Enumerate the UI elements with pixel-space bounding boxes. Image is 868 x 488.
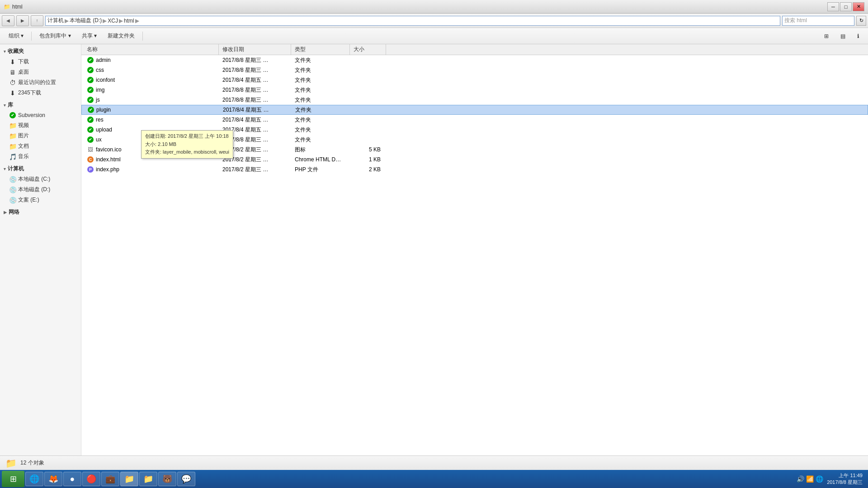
share-button[interactable]: 共享 ▾	[77, 30, 102, 42]
forward-button[interactable]: ▶	[16, 15, 29, 26]
table-row[interactable]: ✔ plugin 2017/8/4 星期五 … 文件夹	[81, 105, 868, 115]
file-date: 2017/8/4 星期五 …	[219, 116, 291, 124]
sidebar-item-subversion[interactable]: ✔ Subversion	[0, 110, 81, 120]
file-date: 2017/8/8 星期三 …	[219, 96, 291, 104]
status-count: 12 个对象	[20, 459, 44, 467]
title-bar-controls: ─ □ ✕	[827, 2, 864, 11]
taskbar-app-ie[interactable]: 🌐	[25, 472, 43, 486]
sidebar-header-network[interactable]: ▶ 网络	[0, 207, 81, 217]
file-name: admin	[96, 57, 111, 63]
file-date: 2017/8/2 星期三 …	[219, 166, 291, 174]
sidebar-item-videos[interactable]: 📁 视频	[0, 120, 81, 131]
taskbar-app-wechat[interactable]: 💬	[177, 472, 195, 486]
app4-icon: 🐻	[162, 474, 172, 484]
recent-icon: ⏱	[9, 79, 16, 86]
toolbar-separator-2	[142, 32, 143, 41]
table-row[interactable]: P index.php 2017/8/2 星期三 … PHP 文件 2 KB	[81, 164, 868, 174]
sidebar-item-music[interactable]: 🎵 音乐	[0, 151, 81, 162]
col-header-type[interactable]: 类型	[291, 44, 350, 55]
sidebar-item-2345[interactable]: ⬇ 2345下载	[0, 88, 81, 98]
taskbar-app-app2[interactable]: 💼	[101, 472, 119, 486]
toolbar-separator-1	[31, 32, 32, 41]
folder-icon: ✔	[87, 106, 94, 113]
col-header-size[interactable]: 大小	[350, 44, 386, 55]
sidebar-item-desktop[interactable]: 🖥 桌面	[0, 67, 81, 77]
sidebar-item-2345-label: 2345下载	[18, 89, 41, 97]
file-size: 1 KB	[350, 156, 386, 163]
library-arrow-icon: ▾	[4, 103, 6, 108]
file-type: 文件夹	[291, 86, 350, 94]
file-type: 文件夹	[291, 96, 350, 104]
file-name: iconfont	[96, 77, 115, 83]
sidebar-item-documents[interactable]: 📁 文档	[0, 141, 81, 151]
file-name: res	[96, 117, 104, 123]
add-to-library-button[interactable]: 包含到库中 ▾	[34, 30, 75, 42]
tray-icon-1: 🔊	[797, 475, 804, 483]
sidebar-item-music-label: 音乐	[18, 153, 29, 160]
file-date: 2017/8/8 星期三 …	[219, 66, 291, 74]
back-button[interactable]: ◀	[2, 15, 14, 26]
file-type: 文件夹	[291, 76, 350, 84]
sidebar-item-drive-e[interactable]: 💿 文案 (E:)	[0, 195, 81, 205]
breadcrumb-item-computer[interactable]: 计算机	[47, 17, 64, 24]
taskbar-app-chrome[interactable]: ●	[63, 472, 81, 486]
refresh-button[interactable]: ↻	[856, 16, 866, 26]
folder-icon: ✔	[87, 136, 94, 143]
organize-button[interactable]: 组织 ▾	[4, 30, 28, 42]
breadcrumb-item-drive[interactable]: 本地磁盘 (D:)	[70, 17, 102, 24]
col-header-name[interactable]: 名称	[83, 44, 219, 55]
sidebar-item-drive-c[interactable]: 💿 本地磁盘 (C:)	[0, 174, 81, 184]
table-row[interactable]: ✔ css 2017/8/8 星期三 … 文件夹	[81, 65, 868, 75]
breadcrumb-item-xcj[interactable]: XCJ	[108, 18, 118, 24]
taskbar: ⊞ 🌐 🦊 ● 🔴 💼 📁 📁 🐻 💬 🔊 📶 🌐 上午 11:49 2017/	[0, 470, 868, 488]
file-date: 2017/8/8 星期三 …	[219, 56, 291, 64]
php-icon: P	[87, 166, 94, 173]
table-row[interactable]: ✔ admin 2017/8/8 星期三 … 文件夹	[81, 55, 868, 65]
table-row[interactable]: ✔ iconfont 2017/8/4 星期五 … 文件夹	[81, 75, 868, 85]
preview-button[interactable]: ▤	[835, 30, 850, 42]
taskbar-app-firefox[interactable]: 🦊	[44, 472, 62, 486]
sidebar-item-subversion-label: Subversion	[18, 112, 45, 118]
start-button[interactable]: ⊞	[2, 471, 24, 487]
close-button[interactable]: ✕	[853, 2, 864, 11]
clock-date: 2017/8/8 星期三	[827, 479, 863, 486]
sidebar-header-favorites[interactable]: ▾ 收藏夹	[0, 46, 81, 56]
file-size: 5 KB	[350, 146, 386, 153]
sidebar-item-recent-label: 最近访问的位置	[18, 79, 56, 86]
search-input[interactable]: 搜索 html	[782, 16, 854, 26]
sidebar-header-computer[interactable]: ▾ 计算机	[0, 164, 81, 174]
sidebar-header-library[interactable]: ▾ 库	[0, 100, 81, 110]
sidebar-item-drive-d[interactable]: 💿 本地磁盘 (D:)	[0, 184, 81, 195]
taskbar-app-explorer[interactable]: 📁	[120, 472, 138, 486]
sidebar-item-recent[interactable]: ⏱ 最近访问的位置	[0, 77, 81, 88]
pictures-icon: 📁	[9, 132, 16, 140]
taskbar-app-app4[interactable]: 🐻	[158, 472, 176, 486]
documents-icon: 📁	[9, 143, 16, 150]
sidebar-section-library: ▾ 库 ✔ Subversion 📁 视频 📁 图片 📁 文档	[0, 100, 81, 162]
file-name: upload	[96, 127, 112, 133]
ico-icon: 🖼	[87, 146, 94, 153]
tooltip-line1: 创建日期: 2017/8/2 星期三 上午 10:18	[145, 132, 229, 141]
file-type: 文件夹	[291, 126, 350, 134]
taskbar-app-app1[interactable]: 🔴	[82, 472, 100, 486]
drive-c-icon: 💿	[9, 176, 16, 183]
details-button[interactable]: ℹ	[852, 30, 864, 42]
folder-icon: ✔	[87, 126, 94, 133]
breadcrumb-item-html[interactable]: html	[124, 18, 134, 24]
maximize-button[interactable]: □	[840, 2, 852, 11]
sidebar-item-pictures[interactable]: 📁 图片	[0, 131, 81, 141]
drive-e-icon: 💿	[9, 197, 16, 204]
table-row[interactable]: ✔ img 2017/8/8 星期三 … 文件夹	[81, 85, 868, 95]
2345-icon: ⬇	[9, 89, 16, 97]
new-folder-button[interactable]: 新建文件夹	[103, 30, 140, 42]
table-row[interactable]: ✔ res 2017/8/4 星期五 … 文件夹	[81, 115, 868, 125]
minimize-button[interactable]: ─	[827, 2, 839, 11]
up-button[interactable]: ↑	[31, 15, 43, 26]
taskbar-app-app3[interactable]: 📁	[139, 472, 157, 486]
table-row[interactable]: ✔ js 2017/8/8 星期三 … 文件夹	[81, 95, 868, 105]
view-options-button[interactable]: ⊞	[819, 30, 834, 42]
sidebar-item-pictures-label: 图片	[18, 132, 29, 140]
col-header-modified[interactable]: 修改日期	[219, 44, 291, 55]
sidebar-item-downloads[interactable]: ⬇ 下载	[0, 56, 81, 67]
breadcrumb[interactable]: 计算机 ▶ 本地磁盘 (D:) ▶ XCJ ▶ html ▶	[45, 16, 780, 26]
